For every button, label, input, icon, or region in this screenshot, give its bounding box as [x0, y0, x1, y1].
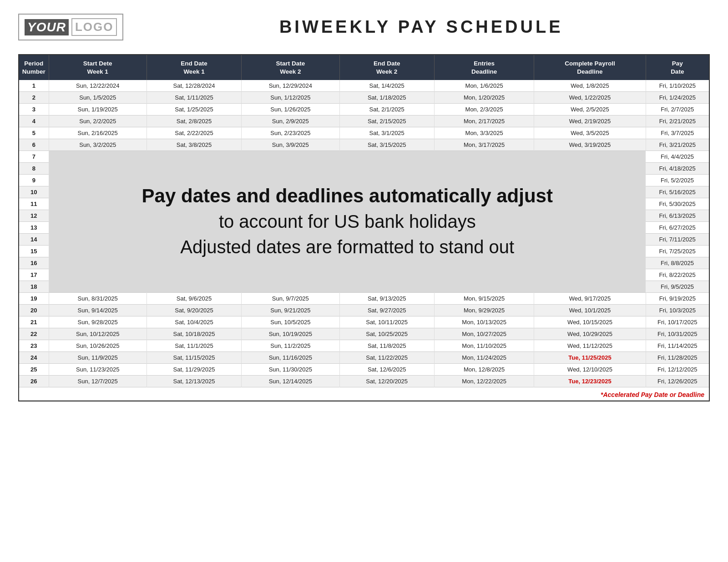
table-cell: 2 [19, 92, 49, 104]
table-cell: Sun, 11/2/2025 [242, 340, 339, 352]
table-row: 7Pay dates and deadlines automatically a… [19, 151, 709, 163]
table-cell: Sat, 2/8/2025 [147, 115, 241, 127]
table-cell: Sat, 10/11/2025 [339, 316, 434, 328]
table-cell: 20 [19, 305, 49, 316]
table-cell: Sat, 12/20/2025 [339, 376, 434, 387]
table-cell: Sat, 9/13/2025 [339, 293, 434, 305]
table-cell: Fri, 6/13/2025 [646, 210, 709, 222]
table-cell: Wed, 11/12/2025 [534, 340, 646, 352]
table-cell: 6 [19, 139, 49, 151]
table-cell: Sun, 2/9/2025 [242, 115, 339, 127]
table-cell: Fri, 6/27/2025 [646, 222, 709, 234]
table-cell: 4 [19, 115, 49, 127]
table-cell: Fri, 9/5/2025 [646, 281, 709, 293]
table-row: 21Sun, 9/28/2025Sat, 10/4/2025Sun, 10/5/… [19, 316, 709, 328]
table-row: 4Sun, 2/2/2025Sat, 2/8/2025Sun, 2/9/2025… [19, 115, 709, 127]
footnote-row: *Accelerated Pay Date or Deadline [19, 387, 709, 401]
footnote-text: *Accelerated Pay Date or Deadline [601, 391, 704, 398]
table-cell: Mon, 9/29/2025 [434, 305, 534, 316]
table-cell: Mon, 3/17/2025 [434, 139, 534, 151]
table-cell: Wed, 12/10/2025 [534, 364, 646, 376]
table-cell: Mon, 10/13/2025 [434, 316, 534, 328]
overlay-text-line3: Adjusted dates are formatted to stand ou… [58, 234, 637, 260]
table-cell: Sun, 9/28/2025 [49, 316, 147, 328]
col-header-sw1: Start DeteWeek 1 [49, 55, 147, 80]
table-cell: Sun, 12/22/2024 [49, 80, 147, 92]
header-area: YOUR LOGO BIWEEKLY PAY SCHEDULE [18, 14, 710, 40]
table-cell: Sat, 1/25/2025 [147, 104, 241, 115]
table-cell: Fri, 8/8/2025 [646, 257, 709, 269]
table-cell: Sun, 9/21/2025 [242, 305, 339, 316]
table-cell: 23 [19, 340, 49, 352]
table-cell: Sat, 12/28/2024 [147, 80, 241, 92]
table-cell: Wed, 10/29/2025 [534, 328, 646, 340]
table-cell: Mon, 9/15/2025 [434, 293, 534, 305]
table-row: 20Sun, 9/14/2025Sat, 9/20/2025Sun, 9/21/… [19, 305, 709, 316]
table-cell: Fri, 7/25/2025 [646, 246, 709, 257]
overlay-cell: Pay dates and deadlines automatically ad… [49, 151, 646, 293]
table-cell: Sun, 2/23/2025 [242, 127, 339, 139]
col-header-cpd: Complete PayrollDeadline [534, 55, 646, 80]
table-cell: 3 [19, 104, 49, 115]
table-cell: Sun, 9/7/2025 [242, 293, 339, 305]
table-cell: Sun, 1/26/2025 [242, 104, 339, 115]
table-cell: Sun, 1/12/2025 [242, 92, 339, 104]
table-cell: Sat, 3/1/2025 [339, 127, 434, 139]
table-cell: Fri, 5/30/2025 [646, 198, 709, 210]
table-cell: 22 [19, 328, 49, 340]
table-cell: Sun, 3/9/2025 [242, 139, 339, 151]
table-cell: 18 [19, 281, 49, 293]
table-row: 25Sun, 11/23/2025Sat, 11/29/2025Sun, 11/… [19, 364, 709, 376]
table-cell: 26 [19, 376, 49, 387]
table-row: 19Sun, 8/31/2025Sat, 9/6/2025Sun, 9/7/20… [19, 293, 709, 305]
col-header-period: PeriodNumber [19, 55, 49, 80]
col-header-ew2: End DateWeek 2 [339, 55, 434, 80]
table-cell: Fri, 10/3/2025 [646, 305, 709, 316]
table-cell: Fri, 5/16/2025 [646, 186, 709, 198]
table-row: 22Sun, 10/12/2025Sat, 10/18/2025Sun, 10/… [19, 328, 709, 340]
table-cell: Fri, 1/10/2025 [646, 80, 709, 92]
table-cell: Sat, 12/13/2025 [147, 376, 241, 387]
table-cell: Sun, 2/2/2025 [49, 115, 147, 127]
table-cell: Sun, 10/26/2025 [49, 340, 147, 352]
table-cell: Sun, 10/19/2025 [242, 328, 339, 340]
overlay-text-line1: Pay dates and deadlines automatically ad… [58, 184, 637, 209]
table-cell: Sun, 11/23/2025 [49, 364, 147, 376]
table-row: 6Sun, 3/2/2025Sat, 3/8/2025Sun, 3/9/2025… [19, 139, 709, 151]
table-cell: Sat, 12/6/2025 [339, 364, 434, 376]
table-cell: Fri, 4/18/2025 [646, 163, 709, 175]
table-cell: 8 [19, 163, 49, 175]
table-cell: Sun, 10/5/2025 [242, 316, 339, 328]
table-cell: Fri, 10/31/2025 [646, 328, 709, 340]
table-cell: 12 [19, 210, 49, 222]
table-cell: Sun, 11/16/2025 [242, 352, 339, 364]
table-cell: Sat, 2/22/2025 [147, 127, 241, 139]
table-cell: Mon, 12/22/2025 [434, 376, 534, 387]
table-cell: Sat, 3/8/2025 [147, 139, 241, 151]
table-cell: Mon, 3/3/2025 [434, 127, 534, 139]
table-cell: 25 [19, 364, 49, 376]
table-cell: Sun, 2/16/2025 [49, 127, 147, 139]
table-cell: Mon, 11/24/2025 [434, 352, 534, 364]
table-cell: Tue, 12/23/2025 [534, 376, 646, 387]
table-row: 3Sun, 1/19/2025Sat, 1/25/2025Sun, 1/26/2… [19, 104, 709, 115]
table-cell: 14 [19, 234, 49, 246]
table-cell: Sun, 12/29/2024 [242, 80, 339, 92]
col-header-ed: EntriesDeadline [434, 55, 534, 80]
table-cell: Sun, 10/12/2025 [49, 328, 147, 340]
table-cell: Sat, 2/1/2025 [339, 104, 434, 115]
logo-logo: LOGO [71, 18, 117, 36]
table-cell: Sat, 11/8/2025 [339, 340, 434, 352]
table-cell: Sat, 11/29/2025 [147, 364, 241, 376]
table-cell: Mon, 10/27/2025 [434, 328, 534, 340]
table-cell: Sat, 3/15/2025 [339, 139, 434, 151]
table-cell: 15 [19, 246, 49, 257]
table-cell: Fri, 1/24/2025 [646, 92, 709, 104]
overlay-text-line2: to account for US bank holidays [58, 209, 637, 234]
table-cell: Mon, 2/3/2025 [434, 104, 534, 115]
table-cell: Wed, 9/17/2025 [534, 293, 646, 305]
table-cell: Fri, 10/17/2025 [646, 316, 709, 328]
table-cell: Wed, 10/15/2025 [534, 316, 646, 328]
table-cell: Wed, 2/19/2025 [534, 115, 646, 127]
table-cell: Fri, 12/12/2025 [646, 364, 709, 376]
